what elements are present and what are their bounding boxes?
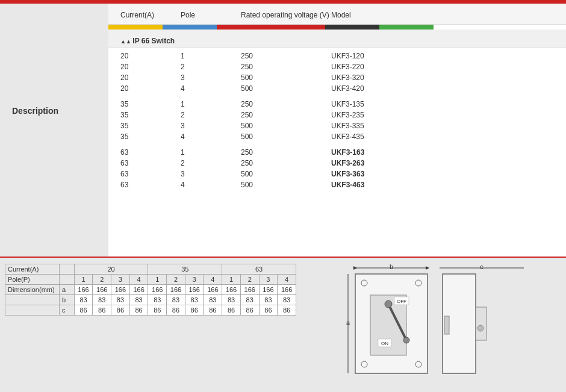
cell-model: UKF3-363 [331, 170, 440, 178]
table-row: 202250UKF3-220 [120, 61, 554, 72]
ip-section: IP 66 Switch [108, 30, 566, 48]
dim-table-area: Current(A)203563Pole(P)123412341234Dimen… [0, 258, 301, 386]
table-row: 351250UKF3-135 [120, 99, 554, 110]
cell-model: UKF3-263 [331, 159, 440, 167]
cell-pole: 1 [181, 52, 241, 60]
left-panel: Description [0, 4, 108, 257]
cell-current: 20 [120, 73, 181, 82]
svg-point-12 [403, 337, 409, 343]
cell-pole: 2 [181, 159, 241, 167]
cell-pole: 3 [181, 73, 241, 82]
svg-text:c: c [480, 263, 484, 270]
cell-model: UKF3-420 [331, 84, 440, 93]
product-group-1: 351250UKF3-135352250UKF3-235353500UKF3-3… [120, 99, 554, 142]
cell-current: 63 [120, 159, 181, 167]
table-row: 354500UKF3-435 [120, 131, 554, 142]
cell-model: UKF3-135 [331, 100, 440, 108]
col-header-model: Model [331, 11, 440, 19]
cell-model: UKF3-463 [331, 181, 440, 189]
product-table: 201250UKF3-120202250UKF3-220203500UKF3-3… [108, 48, 566, 198]
stripe-black [325, 25, 379, 30]
cell-voltage: 250 [241, 159, 331, 167]
table-header: Current(A) Pole Rated operating voltage … [108, 4, 566, 25]
table-row: 352250UKF3-235 [120, 110, 554, 120]
table-row: 633500UKF3-363 [120, 169, 554, 179]
cell-current: 63 [120, 181, 181, 189]
cell-model: UKF3-335 [331, 122, 440, 130]
cell-voltage: 500 [241, 181, 331, 189]
cell-voltage: 250 [241, 148, 331, 157]
cell-pole: 4 [181, 132, 241, 141]
cell-pole: 2 [181, 111, 241, 119]
table-row: 353500UKF3-335 [120, 120, 554, 131]
cell-model: UKF3-435 [331, 132, 440, 141]
cell-voltage: 500 [241, 73, 331, 82]
svg-point-21 [477, 325, 484, 331]
cell-current: 63 [120, 170, 181, 178]
cell-current: 20 [120, 63, 181, 71]
cell-voltage: 250 [241, 100, 331, 108]
bottom-section: Current(A)203563Pole(P)123412341234Dimen… [0, 257, 566, 386]
cell-current: 63 [120, 148, 181, 157]
diagram-area: b c [301, 258, 566, 386]
cell-current: 35 [120, 111, 181, 119]
table-row: 631250UKF3-163 [120, 147, 554, 158]
table-row: 632250UKF3-263 [120, 158, 554, 169]
dimension-table: Current(A)203563Pole(P)123412341234Dimen… [5, 264, 296, 316]
cell-voltage: 250 [241, 52, 331, 60]
col-header-current: Current(A) [120, 11, 181, 19]
cell-current: 35 [120, 132, 181, 141]
cell-pole: 4 [181, 84, 241, 93]
cell-voltage: 500 [241, 122, 331, 130]
stripe-yellow [108, 25, 163, 30]
svg-rect-22 [444, 316, 449, 334]
cell-pole: 1 [181, 100, 241, 108]
cell-pole: 2 [181, 63, 241, 71]
stripe-blue [163, 25, 217, 30]
cell-voltage: 250 [241, 111, 331, 119]
cell-voltage: 500 [241, 84, 331, 93]
color-stripes [108, 25, 566, 30]
cell-current: 35 [120, 100, 181, 108]
table-row: 634500UKF3-463 [120, 179, 554, 190]
cell-pole: 3 [181, 122, 241, 130]
svg-rect-20 [476, 307, 487, 340]
col-header-voltage: Rated operating voltage (V) [241, 11, 331, 19]
table-row: 204500UKF3-420 [120, 83, 554, 94]
cell-pole: 4 [181, 181, 241, 189]
cell-voltage: 500 [241, 170, 331, 178]
stripe-green [379, 25, 434, 30]
ip-label: IP 66 Switch [120, 37, 175, 45]
stripe-red [217, 25, 325, 30]
cell-current: 35 [120, 122, 181, 130]
svg-text:b: b [390, 263, 393, 270]
cell-current: 20 [120, 84, 181, 93]
cell-model: UKF3-220 [331, 63, 440, 71]
right-panel: Current(A) Pole Rated operating voltage … [108, 4, 566, 257]
cell-pole: 3 [181, 170, 241, 178]
product-diagram: b c [337, 262, 530, 382]
svg-text:OFF: OFF [397, 299, 406, 304]
cell-voltage: 250 [241, 63, 331, 71]
cell-model: UKF3-163 [331, 148, 440, 157]
cell-model: UKF3-235 [331, 111, 440, 119]
product-group-0: 201250UKF3-120202250UKF3-220203500UKF3-3… [120, 51, 554, 94]
table-row: 201250UKF3-120 [120, 51, 554, 61]
cell-voltage: 500 [241, 132, 331, 141]
svg-point-11 [385, 300, 392, 308]
cell-model: UKF3-120 [331, 52, 440, 60]
table-row: 203500UKF3-320 [120, 72, 554, 83]
main-content: Description Current(A) Pole Rated operat… [0, 4, 566, 257]
cell-model: UKF3-320 [331, 73, 440, 82]
product-group-2: 631250UKF3-163632250UKF3-263633500UKF3-3… [120, 147, 554, 190]
svg-text:ON: ON [381, 341, 388, 346]
description-label: Description [12, 106, 58, 116]
col-header-pole: Pole [181, 11, 241, 19]
cell-current: 20 [120, 52, 181, 60]
cell-pole: 1 [181, 148, 241, 157]
